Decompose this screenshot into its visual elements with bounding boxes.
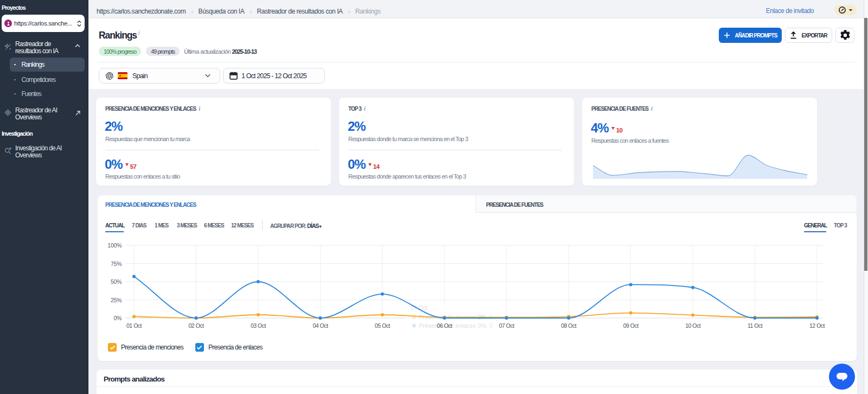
svg-text:0%: 0% [478,322,487,329]
svg-text:02 Oct: 02 Oct [189,322,205,329]
svg-text:01 Oct: 01 Oct [126,322,142,329]
svg-text:100%: 100% [107,242,122,249]
svg-text:75%: 75% [111,260,122,267]
svg-text:25%: 25% [111,297,122,303]
svg-text:04 Oct: 04 Oct [312,322,328,329]
svg-text:10 Oct: 10 Oct [685,322,701,329]
svg-text:0: 0 [489,322,493,329]
svg-text:05 Oct: 05 Oct [375,322,391,329]
svg-text:03 Oct: 03 Oct [251,322,266,329]
svg-text:50%: 50% [111,278,122,285]
svg-text:0%: 0% [113,315,122,321]
svg-text:11 Oct: 11 Oct [748,322,763,329]
svg-text:09 Oct: 09 Oct [623,322,639,329]
svg-text:08 Oct: 08 Oct [561,322,577,329]
svg-text:12 Oct: 12 Oct [809,322,825,329]
svg-text:06 Oct: 06 Oct [437,322,452,329]
svg-text:07 Oct: 07 Oct [499,322,515,329]
